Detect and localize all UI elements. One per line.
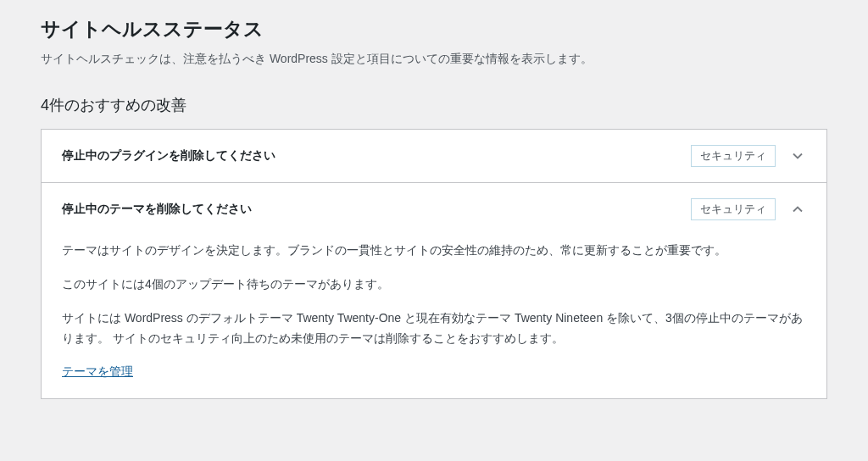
accordion-body: テーマはサイトのデザインを決定します。ブランドの一貫性とサイトの安全性の維持のた… [42,236,826,398]
accordion-item: 停止中のテーマを削除してください セキュリティ テーマはサイトのデザインを決定し… [42,183,826,398]
body-paragraph: サイトには WordPress のデフォルトテーマ Twenty Twenty-… [62,308,806,349]
chevron-down-icon [789,147,806,164]
accordion-title: 停止中のプラグインを削除してください [62,148,275,164]
chevron-up-icon [789,201,806,218]
body-paragraph: このサイトには4個のアップデート待ちのテーマがあります。 [62,275,806,295]
manage-themes-link[interactable]: テーマを管理 [62,364,133,378]
accordion-header-themes[interactable]: 停止中のテーマを削除してください セキュリティ [42,183,826,236]
accordion-item: 停止中のプラグインを削除してください セキュリティ [42,130,826,183]
security-badge: セキュリティ [691,198,776,220]
site-health-container: サイトヘルスステータス サイトヘルスチェックは、注意を払うべき WordPres… [0,17,868,399]
page-title: サイトヘルスステータス [41,17,827,42]
security-badge: セキュリティ [691,145,776,167]
accordion-header-plugins[interactable]: 停止中のプラグインを削除してください セキュリティ [42,130,826,182]
page-description: サイトヘルスチェックは、注意を払うべき WordPress 設定と項目についての… [41,49,827,68]
improvements-heading: 4件のおすすめの改善 [41,95,827,115]
accordion-right: セキュリティ [691,198,806,220]
improvements-panel: 停止中のプラグインを削除してください セキュリティ 停止中のテーマを削除してくだ… [41,129,827,399]
accordion-right: セキュリティ [691,145,806,167]
accordion-title: 停止中のテーマを削除してください [62,202,252,217]
body-paragraph: テーマはサイトのデザインを決定します。ブランドの一貫性とサイトの安全性の維持のた… [62,241,806,261]
